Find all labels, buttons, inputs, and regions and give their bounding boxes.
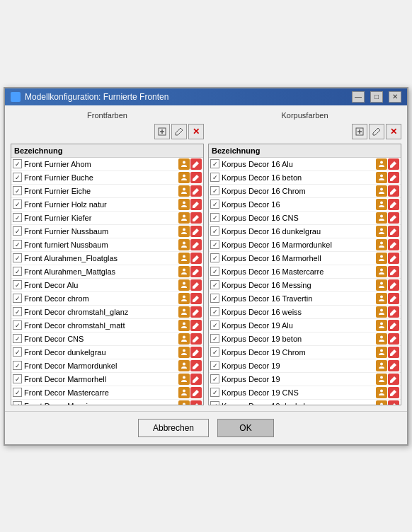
item-checkbox[interactable] [13, 226, 22, 236]
list-item[interactable]: Korpus Decor 19 Alu [209, 319, 401, 332]
person-icon[interactable] [376, 158, 387, 170]
item-checkbox[interactable] [13, 347, 22, 357]
item-checkbox[interactable] [210, 200, 219, 209]
edit-icon[interactable] [190, 158, 202, 170]
item-checkbox[interactable] [210, 280, 219, 289]
item-checkbox[interactable] [13, 200, 22, 209]
person-icon[interactable] [178, 266, 190, 277]
person-icon[interactable] [178, 306, 190, 318]
edit-icon[interactable] [388, 400, 399, 405]
edit-icon[interactable] [388, 306, 399, 318]
edit-icon[interactable] [190, 253, 202, 264]
item-checkbox[interactable] [13, 334, 22, 343]
item-checkbox[interactable] [210, 240, 219, 249]
edit-icon[interactable] [190, 360, 202, 371]
item-checkbox[interactable] [210, 267, 219, 276]
korpus-edit-button[interactable] [369, 124, 384, 139]
item-checkbox[interactable] [13, 213, 22, 222]
person-icon[interactable] [376, 172, 387, 183]
person-icon[interactable] [376, 293, 387, 304]
list-item[interactable]: Korpus Decor 16 Marmorhell [209, 252, 401, 265]
person-icon[interactable] [376, 239, 387, 250]
list-item[interactable]: Korpus Decor 16 Marmordunkel [209, 238, 401, 252]
edit-icon[interactable] [190, 374, 202, 385]
list-item[interactable]: Korpus Decor 19 [209, 359, 401, 373]
edit-icon[interactable] [388, 360, 399, 371]
person-icon[interactable] [178, 387, 190, 398]
item-checkbox[interactable] [210, 173, 219, 182]
list-item[interactable]: Front Decor chromstahl_matt [11, 319, 203, 332]
item-checkbox[interactable] [13, 294, 22, 303]
item-checkbox[interactable] [13, 320, 22, 330]
item-checkbox[interactable] [13, 173, 22, 182]
list-item[interactable]: Front Furnier Nussbaum [11, 225, 203, 238]
minimize-button[interactable]: — [352, 91, 365, 103]
edit-icon[interactable] [388, 279, 399, 291]
list-item[interactable]: Korpus Decor 19 [209, 373, 401, 386]
item-checkbox[interactable] [210, 159, 219, 168]
person-icon[interactable] [178, 226, 190, 237]
list-item[interactable]: Front Decor chrom [11, 292, 203, 306]
item-checkbox[interactable] [13, 361, 22, 370]
item-checkbox[interactable] [210, 307, 219, 316]
edit-icon[interactable] [388, 266, 399, 277]
person-icon[interactable] [376, 320, 387, 331]
list-item[interactable]: Korpus Decor 16 [209, 198, 401, 212]
edit-icon[interactable] [190, 279, 202, 291]
list-item[interactable]: Korpus Decor 16 beton [209, 171, 401, 185]
person-icon[interactable] [178, 360, 190, 371]
person-icon[interactable] [376, 212, 387, 224]
edit-icon[interactable] [388, 253, 399, 264]
list-item[interactable]: Front Decor chromstahl_glanz [11, 306, 203, 319]
list-item[interactable]: Front Furnier Kiefer [11, 212, 203, 225]
list-item[interactable]: Korpus Decor 16 Chrom [209, 185, 401, 198]
edit-icon[interactable] [190, 266, 202, 277]
person-icon[interactable] [376, 185, 387, 197]
person-icon[interactable] [178, 239, 190, 250]
item-checkbox[interactable] [210, 320, 219, 330]
person-icon[interactable] [178, 279, 190, 291]
person-icon[interactable] [178, 185, 190, 197]
item-checkbox[interactable] [210, 388, 219, 397]
korpus-add-button[interactable] [352, 124, 367, 139]
person-icon[interactable] [178, 400, 190, 405]
front-delete-button[interactable]: ✕ [188, 124, 204, 139]
item-checkbox[interactable] [210, 347, 219, 357]
edit-icon[interactable] [388, 320, 399, 331]
item-checkbox[interactable] [210, 374, 219, 383]
item-checkbox[interactable] [13, 186, 22, 195]
list-item[interactable]: Front Furnier Buche [11, 171, 203, 185]
edit-icon[interactable] [388, 374, 399, 385]
edit-icon[interactable] [388, 172, 399, 183]
person-icon[interactable] [178, 212, 190, 224]
list-item[interactable]: Front furniert Nussbaum [11, 238, 203, 252]
person-icon[interactable] [376, 387, 387, 398]
list-item[interactable]: Korpus Decor 16 weiss [209, 306, 401, 319]
item-checkbox[interactable] [210, 334, 219, 343]
edit-icon[interactable] [190, 320, 202, 331]
edit-icon[interactable] [388, 293, 399, 304]
list-item[interactable]: Korpus Decor 16 CNS [209, 212, 401, 225]
list-item[interactable]: Front Decor Marmordunkel [11, 359, 203, 373]
list-item[interactable]: Front Furnier Ahom [11, 158, 203, 171]
item-checkbox[interactable] [13, 388, 22, 397]
edit-icon[interactable] [388, 199, 399, 210]
person-icon[interactable] [376, 199, 387, 210]
item-checkbox[interactable] [13, 253, 22, 262]
edit-icon[interactable] [388, 212, 399, 224]
item-checkbox[interactable] [210, 213, 219, 222]
korpus-delete-button[interactable]: ✕ [386, 124, 401, 139]
person-icon[interactable] [376, 374, 387, 385]
person-icon[interactable] [376, 306, 387, 318]
list-item[interactable]: Front Furnier Holz natur [11, 198, 203, 212]
edit-icon[interactable] [388, 333, 399, 345]
list-item[interactable]: Korpus Decor 16 dunkelgrau [209, 225, 401, 238]
list-item[interactable]: Front Decor CNS [11, 332, 203, 346]
edit-icon[interactable] [190, 387, 202, 398]
list-item[interactable]: Korpus Decor 19 dunkelgrau [209, 400, 401, 405]
person-icon[interactable] [376, 347, 387, 358]
person-icon[interactable] [376, 400, 387, 405]
item-checkbox[interactable] [13, 267, 22, 276]
list-item[interactable]: Korpus Decor 16 Travertin [209, 292, 401, 306]
edit-icon[interactable] [190, 239, 202, 250]
